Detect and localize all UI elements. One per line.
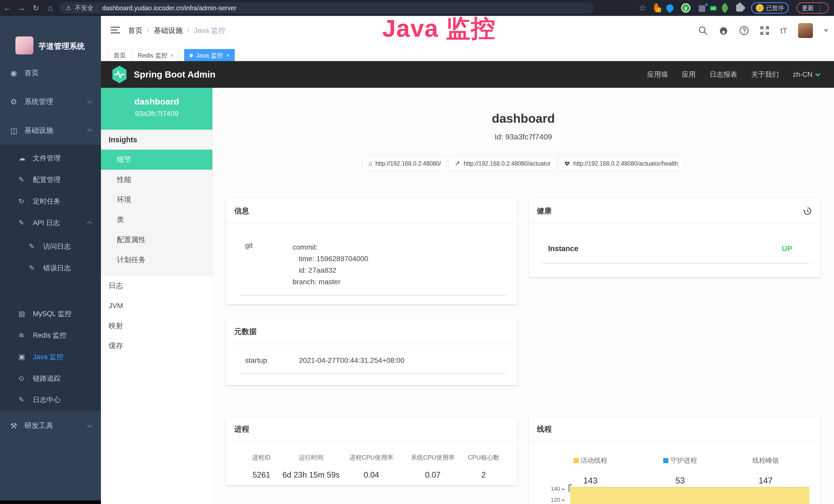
sba-content: dashboard 93a3fc7f7409 Insights 细节 性能 环境… bbox=[101, 88, 834, 504]
sidebar-item-java-monitor[interactable]: ▣ Java 监控 bbox=[0, 346, 101, 368]
sidebar-item-api-log[interactable]: ✎ API 日志 bbox=[0, 212, 101, 234]
tags-view-bar: 首页 Redis 监控 × Java 监控 × bbox=[101, 45, 834, 61]
insights-item-environment[interactable]: 环境 bbox=[101, 190, 213, 210]
actuator-url-chip[interactable]: http://192.168.0.2:48080/actuator bbox=[448, 156, 556, 171]
extension-orange-icon[interactable]: 1 bbox=[654, 6, 659, 10]
sidebar-item-log-center[interactable]: ✎ 日志中心 bbox=[0, 389, 101, 411]
sidebar-item-tracing[interactable]: ⊙ 链路追踪 bbox=[0, 368, 101, 389]
address-bar[interactable]: ⚠ 不安全 | dashboard.yudao.iocoder.cn/infra… bbox=[60, 2, 594, 14]
sidebar-item-system[interactable]: ⚙ 系统管理 bbox=[0, 87, 101, 116]
info-git-row: git commit: time: 1596289704000 id: 27aa… bbox=[239, 241, 507, 296]
view-item-mappings[interactable]: 映射 bbox=[101, 316, 213, 336]
sidebar-item-infra[interactable]: ◫ 基础设施 bbox=[0, 116, 101, 145]
sidebar-item-files[interactable]: ☁ 文件管理 bbox=[0, 147, 101, 169]
fullscreen-icon[interactable] bbox=[760, 26, 770, 36]
paused-profile-chip[interactable]: ☺ 已暂停 bbox=[751, 2, 789, 14]
insights-item-scheduled-tasks[interactable]: 计划任务 bbox=[101, 250, 213, 270]
sidebar-item-config[interactable]: ✎ 配置管理 bbox=[0, 169, 101, 190]
extension-y-icon[interactable]: y bbox=[681, 3, 690, 13]
sidebar-item-label-active: Java 监控 bbox=[33, 352, 63, 362]
health-card-header: 健康 bbox=[529, 199, 821, 223]
header-actions: tT bbox=[698, 16, 828, 45]
screen: ← → ↻ ⌂ ⚠ 不安全 | dashboard.yudao.iocoder.… bbox=[0, 0, 834, 504]
info-value: commit: time: 1596289704000 id: 27aa832 … bbox=[292, 241, 507, 288]
sba-nav-journal[interactable]: 日志报表 bbox=[709, 70, 737, 79]
instance-header[interactable]: dashboard 93a3fc7f7409 bbox=[101, 88, 213, 130]
sba-language-select[interactable]: zh-CN bbox=[793, 71, 819, 78]
sba-nav-applications[interactable]: 应用 bbox=[682, 70, 696, 79]
sba-nav-wallboard[interactable]: 应用墙 bbox=[647, 70, 668, 79]
sidebar-item-jobs[interactable]: ↻ 定时任务 bbox=[0, 190, 101, 212]
breadcrumb-home[interactable]: 首页 bbox=[128, 26, 142, 36]
sidebar-item-mysql[interactable]: ▤ MySQL 监控 bbox=[0, 303, 101, 324]
sidebar-item-redis[interactable]: ≋ Redis 监控 bbox=[0, 324, 101, 346]
avatar[interactable] bbox=[798, 23, 813, 38]
sidebar-item-dev-tools[interactable]: ⚒ 研发工具 bbox=[0, 411, 101, 440]
sba-brand[interactable]: Spring Boot Admin bbox=[134, 69, 216, 79]
stat-value: 143 bbox=[547, 476, 634, 485]
git-id-line: id: 27aa832 bbox=[292, 265, 507, 276]
bookmark-star-icon[interactable]: ☆ bbox=[639, 3, 646, 13]
view-item-logs[interactable]: 日志 bbox=[101, 276, 213, 296]
history-icon[interactable] bbox=[803, 206, 812, 216]
view-item-caches[interactable]: 缓存 bbox=[101, 336, 213, 356]
breadcrumb-infra[interactable]: 基础设施 bbox=[154, 26, 183, 36]
metadata-card: 元数据 startup 2021-04-27T00:44:31.254+08:0… bbox=[226, 320, 518, 385]
insights-item-metrics[interactable]: 性能 bbox=[101, 170, 213, 190]
stat-label: 守护进程 bbox=[671, 456, 697, 465]
close-icon[interactable]: × bbox=[226, 52, 229, 59]
sidebar-item-label: 错误日志 bbox=[43, 264, 71, 273]
ytick-140: 140 bbox=[542, 485, 565, 492]
extension-grid-icon[interactable]: ▦◆ bbox=[698, 4, 706, 12]
extension-leaf-icon[interactable] bbox=[720, 3, 730, 13]
kebab-menu-icon[interactable]: ⋮ bbox=[817, 4, 824, 12]
forward-icon[interactable]: → bbox=[14, 4, 29, 12]
search-icon[interactable] bbox=[698, 26, 708, 36]
process-card-title: 进程 bbox=[226, 417, 518, 442]
sidebar-item-error-log[interactable]: ✎ 错误日志 bbox=[0, 257, 101, 279]
insights-item-configprops[interactable]: 配置属性 bbox=[101, 230, 213, 250]
health-key: Instance bbox=[548, 245, 578, 253]
tab-redis-monitor[interactable]: Redis 监控 × bbox=[132, 49, 179, 62]
view-item-jvm[interactable]: JVM bbox=[101, 296, 213, 316]
paused-label: 已暂停 bbox=[766, 4, 784, 12]
insights-item-classes[interactable]: 类 bbox=[101, 210, 213, 230]
github-icon[interactable] bbox=[719, 26, 728, 36]
admin-sidebar: 芋道管理系统 ◉ 首页 ⚙ 系统管理 ◫ 基础设施 ☁ 文件管理 ✎ 配置管理 … bbox=[0, 16, 101, 500]
insights-item-details[interactable]: 细节 bbox=[101, 150, 213, 170]
reload-icon[interactable]: ↻ bbox=[29, 4, 43, 13]
chrome-update-button[interactable]: 更新 ⋮ bbox=[796, 2, 829, 14]
health-url-chip[interactable]: http://192.168.0.2:48080/actuator/health bbox=[558, 156, 684, 171]
sidebar-item-access-log[interactable]: ✎ 访问日志 bbox=[0, 236, 101, 257]
wrench-icon bbox=[454, 160, 461, 167]
endpoint-chips: ⌂ http://192.168.0.2:48080/ http://192.1… bbox=[213, 156, 834, 171]
threads-card: 线程 活动线程 143 守护进程 53 线程峰值 147 bbox=[529, 417, 821, 504]
chevron-up-icon bbox=[87, 221, 92, 226]
chevron-down-icon bbox=[87, 98, 92, 103]
sba-nav-about[interactable]: 关于我们 bbox=[751, 70, 779, 79]
sidebar-item-home[interactable]: ◉ 首页 bbox=[0, 59, 101, 87]
back-icon[interactable]: ← bbox=[0, 4, 14, 12]
not-secure-label[interactable]: 不安全 bbox=[75, 4, 93, 12]
metadata-key: startup bbox=[245, 357, 299, 365]
font-size-icon[interactable]: tT bbox=[780, 26, 787, 35]
close-icon[interactable]: × bbox=[171, 52, 174, 59]
tab-java-monitor[interactable]: Java 监控 × bbox=[184, 49, 235, 62]
chevron-up-icon bbox=[87, 129, 92, 133]
tab-home[interactable]: 首页 bbox=[108, 49, 131, 62]
help-icon[interactable] bbox=[739, 26, 749, 36]
service-url-chip[interactable]: ⌂ http://192.168.0.2:48080/ bbox=[363, 156, 447, 171]
info-card: 信息 git commit: time: 1596289704000 id: 2… bbox=[226, 199, 518, 304]
avatar-caret-icon[interactable] bbox=[824, 29, 828, 32]
system-cpu-value: 0.07 bbox=[403, 471, 462, 480]
url-text[interactable]: dashboard.yudao.iocoder.cn/infra/admin-s… bbox=[102, 4, 237, 12]
extension-pin-icon[interactable] bbox=[665, 3, 675, 13]
window-edge bbox=[0, 500, 101, 504]
dashboard-icon: ◉ bbox=[10, 69, 17, 77]
main-column: 首页 / 基础设施 / Java 监控 tT 首页 Redis 监控 bbox=[101, 16, 834, 504]
home-icon[interactable]: ⌂ bbox=[43, 4, 58, 12]
extensions-puzzle-icon[interactable] bbox=[736, 4, 743, 12]
sba-nav: 应用墙 应用 日志报表 关于我们 zh-CN bbox=[647, 70, 819, 79]
hamburger-icon[interactable] bbox=[111, 27, 120, 35]
legend-yellow-icon bbox=[574, 458, 579, 463]
